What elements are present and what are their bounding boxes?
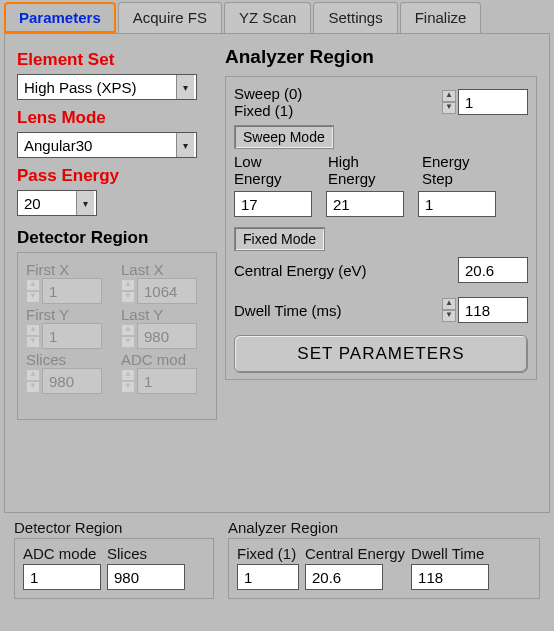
tab-finalize[interactable]: Finalize xyxy=(400,2,482,33)
summary-detector-box: ADC mode Slices xyxy=(14,538,214,599)
summary-row: Detector Region ADC mode Slices Analyzer… xyxy=(0,513,554,599)
summary-slices-input[interactable] xyxy=(107,564,185,590)
low-energy-input[interactable] xyxy=(234,191,312,217)
tab-acquire-fs[interactable]: Acquire FS xyxy=(118,2,222,33)
summary-adc-input[interactable] xyxy=(23,564,101,590)
high-energy-input[interactable] xyxy=(326,191,404,217)
parameters-pane: Element Set ▾ Lens Mode ▾ Pass Energy ▾ … xyxy=(4,33,550,513)
first-x-label: First X xyxy=(26,261,111,278)
slices-input xyxy=(42,368,102,394)
fixed-mode-button[interactable]: Fixed Mode xyxy=(234,227,325,251)
summary-analyzer-box: Fixed (1) Central Energy Dwell Time xyxy=(228,538,540,599)
summary-fixed-label: Fixed (1) xyxy=(237,545,299,562)
lens-mode-label: Lens Mode xyxy=(17,108,217,128)
energy-step-input[interactable] xyxy=(418,191,496,217)
summary-dt-input[interactable] xyxy=(411,564,489,590)
dropdown-icon[interactable]: ▾ xyxy=(176,133,194,157)
last-x-spin: ▲▼ xyxy=(121,279,135,303)
sweep-fixed-spin[interactable]: ▲▼ xyxy=(442,90,456,114)
slices-spin: ▲▼ xyxy=(26,369,40,393)
slices-label: Slices xyxy=(26,351,111,368)
summary-fixed-input[interactable] xyxy=(237,564,299,590)
tab-bar: Parameters Acquire FS YZ Scan Settings F… xyxy=(0,0,554,33)
pass-energy-label: Pass Energy xyxy=(17,166,217,186)
dwell-time-label: Dwell Time (ms) xyxy=(234,302,342,319)
set-parameters-button[interactable]: SET PARAMETERS xyxy=(234,335,528,373)
low-energy-label: LowEnergy xyxy=(234,153,314,187)
tab-parameters[interactable]: Parameters xyxy=(4,2,116,33)
adc-mode-input xyxy=(137,368,197,394)
detector-region-heading: Detector Region xyxy=(17,228,217,248)
lens-mode-combo[interactable]: ▾ xyxy=(17,132,197,158)
central-energy-input[interactable] xyxy=(458,257,528,283)
tab-yz-scan[interactable]: YZ Scan xyxy=(224,2,312,33)
first-x-spin: ▲▼ xyxy=(26,279,40,303)
first-x-input xyxy=(42,278,102,304)
first-y-input xyxy=(42,323,102,349)
last-y-label: Last Y xyxy=(121,306,206,323)
analyzer-region-heading: Analyzer Region xyxy=(225,46,537,68)
lens-mode-input[interactable] xyxy=(18,133,176,157)
summary-ce-input[interactable] xyxy=(305,564,383,590)
sweep-label: Sweep (0) xyxy=(234,85,302,102)
dwell-time-spin[interactable]: ▲▼ xyxy=(442,298,456,322)
adc-mode-spin: ▲▼ xyxy=(121,369,135,393)
summary-analyzer-heading: Analyzer Region xyxy=(228,519,540,536)
pass-energy-combo[interactable]: ▾ xyxy=(17,190,97,216)
element-set-combo[interactable]: ▾ xyxy=(17,74,197,100)
analyzer-region-group: Sweep (0) Fixed (1) ▲▼ Sweep Mode LowEne… xyxy=(225,76,537,380)
first-y-spin: ▲▼ xyxy=(26,324,40,348)
last-x-label: Last X xyxy=(121,261,206,278)
summary-dt-label: Dwell Time xyxy=(411,545,489,562)
element-set-label: Element Set xyxy=(17,50,217,70)
last-y-spin: ▲▼ xyxy=(121,324,135,348)
first-y-label: First Y xyxy=(26,306,111,323)
summary-adc-label: ADC mode xyxy=(23,545,101,562)
sweep-mode-button[interactable]: Sweep Mode xyxy=(234,125,334,149)
tab-settings[interactable]: Settings xyxy=(313,2,397,33)
dropdown-icon[interactable]: ▾ xyxy=(76,191,94,215)
dropdown-icon[interactable]: ▾ xyxy=(176,75,194,99)
pass-energy-input[interactable] xyxy=(18,191,76,215)
high-energy-label: HighEnergy xyxy=(328,153,408,187)
adc-mode-label: ADC mod xyxy=(121,351,206,368)
fixed-label: Fixed (1) xyxy=(234,102,302,119)
last-y-input xyxy=(137,323,197,349)
element-set-input[interactable] xyxy=(18,75,176,99)
central-energy-label: Central Energy (eV) xyxy=(234,262,367,279)
detector-region-group: First X ▲▼ Last X ▲▼ First Y xyxy=(17,252,217,420)
summary-slices-label: Slices xyxy=(107,545,185,562)
energy-step-label: EnergyStep xyxy=(422,153,502,187)
sweep-fixed-input[interactable] xyxy=(458,89,528,115)
dwell-time-input[interactable] xyxy=(458,297,528,323)
summary-ce-label: Central Energy xyxy=(305,545,405,562)
summary-detector-heading: Detector Region xyxy=(14,519,214,536)
last-x-input xyxy=(137,278,197,304)
